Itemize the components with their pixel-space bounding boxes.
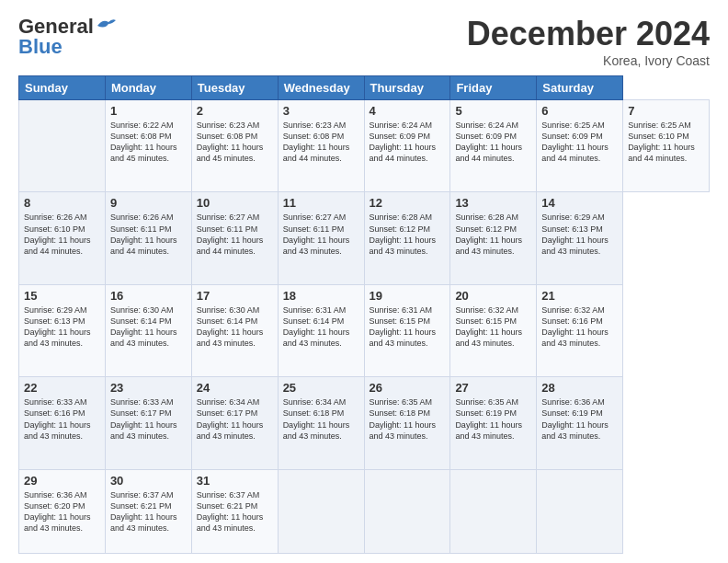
subtitle: Korea, Ivory Coast xyxy=(467,53,710,68)
table-row: 4Sunrise: 6:24 AMSunset: 6:09 PMDaylight… xyxy=(364,100,450,192)
day-number: 15 xyxy=(24,289,100,303)
col-header-friday: Friday xyxy=(450,76,537,100)
day-number: 20 xyxy=(455,289,531,303)
cell-text: Sunrise: 6:32 AMSunset: 6:15 PMDaylight:… xyxy=(455,304,531,350)
day-number: 14 xyxy=(541,196,618,210)
cell-text: Sunrise: 6:24 AMSunset: 6:09 PMDaylight:… xyxy=(455,120,531,165)
cell-text: Sunrise: 6:25 AMSunset: 6:09 PMDaylight:… xyxy=(541,120,618,165)
table-row xyxy=(278,469,364,553)
cell-text: Sunrise: 6:22 AMSunset: 6:08 PMDaylight:… xyxy=(110,120,187,165)
col-header-monday: Monday xyxy=(105,76,191,100)
logo: General Blue xyxy=(18,15,116,59)
header: General Blue December 2024 Korea, Ivory … xyxy=(18,15,710,68)
cell-text: Sunrise: 6:27 AMSunset: 6:11 PMDaylight:… xyxy=(197,212,273,257)
day-number: 24 xyxy=(197,381,273,395)
month-title: December 2024 xyxy=(467,15,710,53)
table-row: 27Sunrise: 6:35 AMSunset: 6:19 PMDayligh… xyxy=(450,377,537,469)
day-number: 12 xyxy=(370,196,446,210)
cell-text: Sunrise: 6:34 AMSunset: 6:18 PMDaylight:… xyxy=(283,396,359,442)
table-row: 26Sunrise: 6:35 AMSunset: 6:18 PMDayligh… xyxy=(364,377,450,469)
calendar-week-2: 8Sunrise: 6:26 AMSunset: 6:10 PMDaylight… xyxy=(19,192,710,284)
title-area: December 2024 Korea, Ivory Coast xyxy=(467,15,710,68)
day-number: 11 xyxy=(283,196,359,210)
col-header-sunday: Sunday xyxy=(19,76,106,100)
table-row: 1Sunrise: 6:22 AMSunset: 6:08 PMDaylight… xyxy=(105,100,191,192)
cell-text: Sunrise: 6:23 AMSunset: 6:08 PMDaylight:… xyxy=(283,120,359,165)
table-row: 30Sunrise: 6:37 AMSunset: 6:21 PMDayligh… xyxy=(105,469,191,553)
table-row: 31Sunrise: 6:37 AMSunset: 6:21 PMDayligh… xyxy=(191,469,278,553)
cell-text: Sunrise: 6:27 AMSunset: 6:11 PMDaylight:… xyxy=(283,212,359,257)
page: General Blue December 2024 Korea, Ivory … xyxy=(0,0,728,563)
table-row: 25Sunrise: 6:34 AMSunset: 6:18 PMDayligh… xyxy=(278,377,364,469)
day-number: 2 xyxy=(197,104,273,118)
col-header-wednesday: Wednesday xyxy=(278,76,364,100)
cell-text: Sunrise: 6:31 AMSunset: 6:14 PMDaylight:… xyxy=(283,304,359,350)
day-number: 21 xyxy=(541,289,618,303)
table-row: 28Sunrise: 6:36 AMSunset: 6:19 PMDayligh… xyxy=(537,377,623,469)
table-row: 15Sunrise: 6:29 AMSunset: 6:13 PMDayligh… xyxy=(19,284,106,376)
day-number: 9 xyxy=(110,196,187,210)
day-number: 27 xyxy=(455,381,531,395)
day-number: 1 xyxy=(110,104,187,118)
table-row: 2Sunrise: 6:23 AMSunset: 6:08 PMDaylight… xyxy=(191,100,278,192)
table-row: 16Sunrise: 6:30 AMSunset: 6:14 PMDayligh… xyxy=(105,284,191,376)
cell-text: Sunrise: 6:30 AMSunset: 6:14 PMDaylight:… xyxy=(197,304,273,350)
cell-text: Sunrise: 6:37 AMSunset: 6:21 PMDaylight:… xyxy=(110,489,187,534)
cell-text: Sunrise: 6:30 AMSunset: 6:14 PMDaylight:… xyxy=(110,304,187,350)
table-row: 7Sunrise: 6:25 AMSunset: 6:10 PMDaylight… xyxy=(623,100,710,192)
cell-text: Sunrise: 6:32 AMSunset: 6:16 PMDaylight:… xyxy=(541,304,618,350)
day-number: 17 xyxy=(197,289,273,303)
col-header-tuesday: Tuesday xyxy=(191,76,278,100)
cell-text: Sunrise: 6:35 AMSunset: 6:18 PMDaylight:… xyxy=(370,396,446,442)
day-number: 30 xyxy=(110,474,187,488)
table-row: 13Sunrise: 6:28 AMSunset: 6:12 PMDayligh… xyxy=(450,192,537,284)
col-header-saturday: Saturday xyxy=(537,76,623,100)
day-number: 23 xyxy=(110,381,187,395)
day-number: 10 xyxy=(197,196,273,210)
cell-text: Sunrise: 6:36 AMSunset: 6:19 PMDaylight:… xyxy=(541,396,618,442)
table-row xyxy=(364,469,450,553)
day-number: 8 xyxy=(24,196,100,210)
day-number: 13 xyxy=(455,196,531,210)
calendar-header-row: SundayMondayTuesdayWednesdayThursdayFrid… xyxy=(19,76,710,100)
table-row: 3Sunrise: 6:23 AMSunset: 6:08 PMDaylight… xyxy=(278,100,364,192)
table-row: 10Sunrise: 6:27 AMSunset: 6:11 PMDayligh… xyxy=(191,192,278,284)
calendar-week-4: 22Sunrise: 6:33 AMSunset: 6:16 PMDayligh… xyxy=(19,377,710,469)
table-row: 21Sunrise: 6:32 AMSunset: 6:16 PMDayligh… xyxy=(537,284,623,376)
day-number: 3 xyxy=(283,104,359,118)
cell-text: Sunrise: 6:36 AMSunset: 6:20 PMDaylight:… xyxy=(24,489,100,534)
table-row xyxy=(19,100,106,192)
cell-text: Sunrise: 6:25 AMSunset: 6:10 PMDaylight:… xyxy=(628,120,704,165)
logo-blue: Blue xyxy=(18,35,63,59)
calendar-week-1: 1Sunrise: 6:22 AMSunset: 6:08 PMDaylight… xyxy=(19,100,710,192)
table-row: 12Sunrise: 6:28 AMSunset: 6:12 PMDayligh… xyxy=(364,192,450,284)
cell-text: Sunrise: 6:26 AMSunset: 6:11 PMDaylight:… xyxy=(110,212,187,257)
cell-text: Sunrise: 6:34 AMSunset: 6:17 PMDaylight:… xyxy=(197,396,273,442)
day-number: 5 xyxy=(455,104,531,118)
calendar: SundayMondayTuesdayWednesdayThursdayFrid… xyxy=(18,75,710,554)
table-row: 17Sunrise: 6:30 AMSunset: 6:14 PMDayligh… xyxy=(191,284,278,376)
day-number: 26 xyxy=(370,381,446,395)
calendar-week-3: 15Sunrise: 6:29 AMSunset: 6:13 PMDayligh… xyxy=(19,284,710,376)
cell-text: Sunrise: 6:35 AMSunset: 6:19 PMDaylight:… xyxy=(455,396,531,442)
table-row: 24Sunrise: 6:34 AMSunset: 6:17 PMDayligh… xyxy=(191,377,278,469)
day-number: 19 xyxy=(370,289,446,303)
calendar-week-5: 29Sunrise: 6:36 AMSunset: 6:20 PMDayligh… xyxy=(19,469,710,553)
table-row xyxy=(450,469,537,553)
cell-text: Sunrise: 6:37 AMSunset: 6:21 PMDaylight:… xyxy=(197,489,273,534)
day-number: 25 xyxy=(283,381,359,395)
table-row: 9Sunrise: 6:26 AMSunset: 6:11 PMDaylight… xyxy=(105,192,191,284)
cell-text: Sunrise: 6:28 AMSunset: 6:12 PMDaylight:… xyxy=(455,212,531,257)
day-number: 29 xyxy=(24,474,100,488)
table-row: 29Sunrise: 6:36 AMSunset: 6:20 PMDayligh… xyxy=(19,469,106,553)
cell-text: Sunrise: 6:29 AMSunset: 6:13 PMDaylight:… xyxy=(541,212,618,257)
table-row: 23Sunrise: 6:33 AMSunset: 6:17 PMDayligh… xyxy=(105,377,191,469)
logo-bird-icon xyxy=(96,17,116,33)
cell-text: Sunrise: 6:26 AMSunset: 6:10 PMDaylight:… xyxy=(24,212,100,257)
table-row: 14Sunrise: 6:29 AMSunset: 6:13 PMDayligh… xyxy=(537,192,623,284)
cell-text: Sunrise: 6:23 AMSunset: 6:08 PMDaylight:… xyxy=(197,120,273,165)
table-row: 5Sunrise: 6:24 AMSunset: 6:09 PMDaylight… xyxy=(450,100,537,192)
cell-text: Sunrise: 6:33 AMSunset: 6:17 PMDaylight:… xyxy=(110,396,187,442)
cell-text: Sunrise: 6:33 AMSunset: 6:16 PMDaylight:… xyxy=(24,396,100,442)
day-number: 31 xyxy=(197,474,273,488)
